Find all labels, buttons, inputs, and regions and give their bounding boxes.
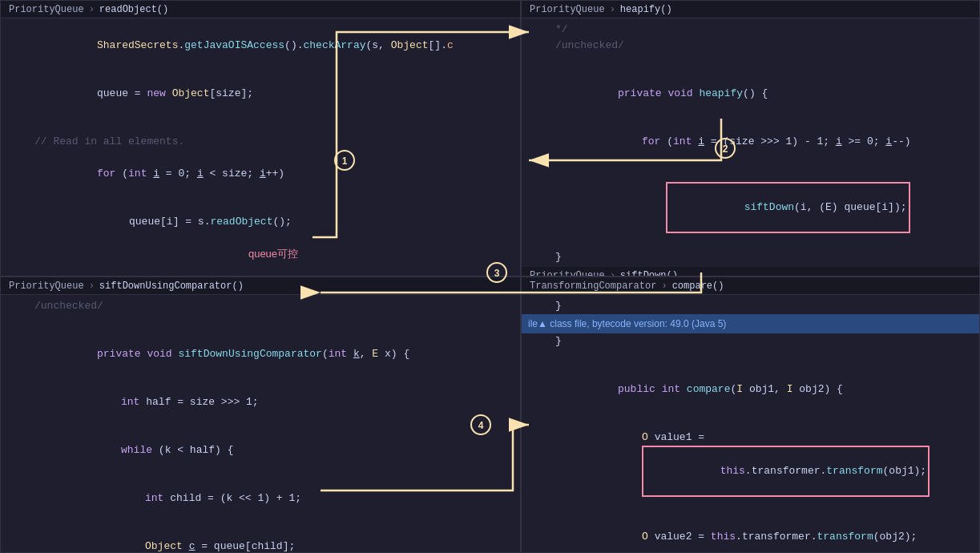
code-line: /unchecked/ [1,298,520,314]
method-name-bl: siftDownUsingComparator() [99,281,244,292]
breadcrumb-tr-siftdown: PriorityQueue › siftDown() [522,267,979,276]
method-name-tl: readObject() [99,4,168,15]
class-name-br: TransformingComparator [530,281,656,292]
code-line: private void heapify() { [522,70,979,118]
code-line-queue-controllable: queue可控 [33,246,520,262]
panel-transforming-comparator: TransformingComparator › compare() } ile… [521,276,980,553]
code-area-bl: /unchecked/ private void siftDownUsingCo… [1,295,520,553]
panel-read-object: PriorityQueue › readObject() SharedSecre… [0,0,521,276]
method-name-br: compare() [672,281,724,292]
code-area-tl: SharedSecrets.getJavaOISAccess().checkAr… [1,18,520,276]
breadcrumb-bl: PriorityQueue › siftDownUsingComparator(… [1,277,520,295]
code-line: SharedSecrets.getJavaOISAccess().checkAr… [1,22,520,70]
code-line: int child = (k << 1) + 1; [1,474,520,523]
class-file-notice: ile▲ class file, bytecode version: 49.0 … [522,314,979,333]
breadcrumb-br: TransformingComparator › compare() [522,277,979,295]
chinese-queue-label: queue可控 [248,246,298,262]
code-line: */ [522,22,979,38]
class-name-tr2: PriorityQueue [530,270,605,277]
class-name-tr: PriorityQueue [530,4,605,15]
code-line: int half = size >>> 1; [1,378,520,426]
code-line-siftdown-call: siftDown(i, (E) queue[i]); [522,166,979,249]
siftdown-call-highlight: siftDown(i, (E) queue[i]); [666,182,909,233]
code-line: while (k < half) { [1,426,520,474]
code-line: /unchecked/ [522,38,979,54]
panel-heapify-siftdown: PriorityQueue › heapify() */ /unchecked/… [521,0,980,276]
code-line: queue = new Object[size]; [1,70,520,118]
panel-siftdown-comparator: PriorityQueue › siftDownUsingComparator(… [0,276,521,553]
code-line [1,118,520,134]
code-area-tr-heapify: */ /unchecked/ private void heapify() { … [522,18,979,265]
code-line: for (int i = 0; i < size; i++) [1,150,520,198]
breadcrumb-tl: PriorityQueue › readObject() [1,1,520,18]
code-line: O value1 = this.transformer.transform(ob… [522,414,979,513]
code-line: } [522,298,979,314]
method-name-tr-heapify: heapify() [620,4,672,15]
code-line: Object c = queue[child]; [1,523,520,553]
code-area-br: } ile▲ class file, bytecode version: 49.… [522,295,979,553]
method-name-tr-siftdown: siftDown() [620,270,678,277]
code-line: O value2 = this.transformer.transform(ob… [522,513,979,553]
code-line: } [522,249,979,265]
code-line: private void siftDownUsingComparator(int… [1,330,520,378]
class-name-tl: PriorityQueue [9,4,84,15]
code-line: for (int i = (size >>> 1) - 1; i >= 0; i… [522,118,979,166]
code-line: } [522,333,979,349]
breadcrumb-tr-top: PriorityQueue › heapify() [522,1,979,18]
code-line: queue[i] = s.readObject(); [1,198,520,246]
code-line: // Read in all elements. [1,134,520,150]
transform-call-highlight: this.transformer.transform(obj1); [642,446,930,497]
class-name-bl: PriorityQueue [9,281,84,292]
breadcrumb-sep-tl: › [89,4,95,15]
code-line: public int compare(I obj1, I obj2) { [522,365,979,414]
